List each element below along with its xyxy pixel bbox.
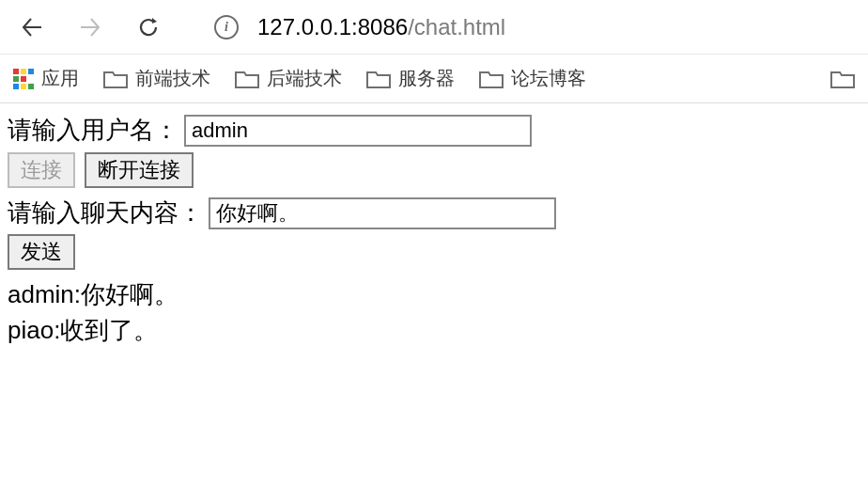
username-row: 请输入用户名： <box>8 113 860 149</box>
bookmark-server[interactable]: 服务器 <box>366 66 455 91</box>
message-row: 请输入聊天内容： <box>8 196 860 231</box>
send-row: 发送 <box>8 234 860 270</box>
back-button[interactable] <box>17 12 47 42</box>
folder-icon <box>103 69 128 89</box>
message-log: admin:你好啊。 piao:收到了。 <box>8 277 860 348</box>
address-bar[interactable]: i 127.0.0.1:8086/chat.html <box>214 14 505 40</box>
folder-icon <box>479 69 504 89</box>
folder-icon <box>235 69 259 89</box>
bookmarks-bar: 应用 前端技术 后端技术 服务器 论坛博客 <box>0 55 868 103</box>
info-icon: i <box>214 15 239 39</box>
connection-buttons: 连接 断开连接 <box>8 152 860 188</box>
folder-icon <box>830 69 855 89</box>
apps-icon <box>13 69 34 89</box>
page-body: 请输入用户名： 连接 断开连接 请输入聊天内容： 发送 admin:你好啊。 p… <box>0 103 868 358</box>
reload-button[interactable] <box>133 12 163 42</box>
browser-toolbar: i 127.0.0.1:8086/chat.html <box>0 0 868 55</box>
username-input[interactable] <box>184 115 532 147</box>
bookmark-frontend[interactable]: 前端技术 <box>103 66 210 91</box>
url-host: 127.0.0.1:8086 <box>257 14 408 39</box>
message-input[interactable] <box>209 197 556 229</box>
message-label: 请输入聊天内容： <box>8 196 203 231</box>
connect-button[interactable]: 连接 <box>8 152 75 188</box>
forward-button[interactable] <box>75 12 105 42</box>
apps-label: 应用 <box>41 66 79 91</box>
bookmark-overflow[interactable] <box>830 69 855 89</box>
bookmark-label: 后端技术 <box>267 66 342 91</box>
bookmark-label: 前端技术 <box>135 66 210 91</box>
chat-message: piao:收到了。 <box>8 313 860 349</box>
bookmark-forum[interactable]: 论坛博客 <box>479 66 586 91</box>
bookmark-backend[interactable]: 后端技术 <box>235 66 342 91</box>
apps-shortcut[interactable]: 应用 <box>13 66 79 91</box>
chat-message: admin:你好啊。 <box>8 277 860 313</box>
username-label: 请输入用户名： <box>8 113 178 149</box>
bookmark-label: 论坛博客 <box>511 66 586 91</box>
folder-icon <box>366 69 391 89</box>
url-path: /chat.html <box>408 14 505 39</box>
disconnect-button[interactable]: 断开连接 <box>85 152 194 188</box>
send-button[interactable]: 发送 <box>8 234 75 270</box>
url-text: 127.0.0.1:8086/chat.html <box>257 14 505 40</box>
bookmark-label: 服务器 <box>398 66 455 91</box>
